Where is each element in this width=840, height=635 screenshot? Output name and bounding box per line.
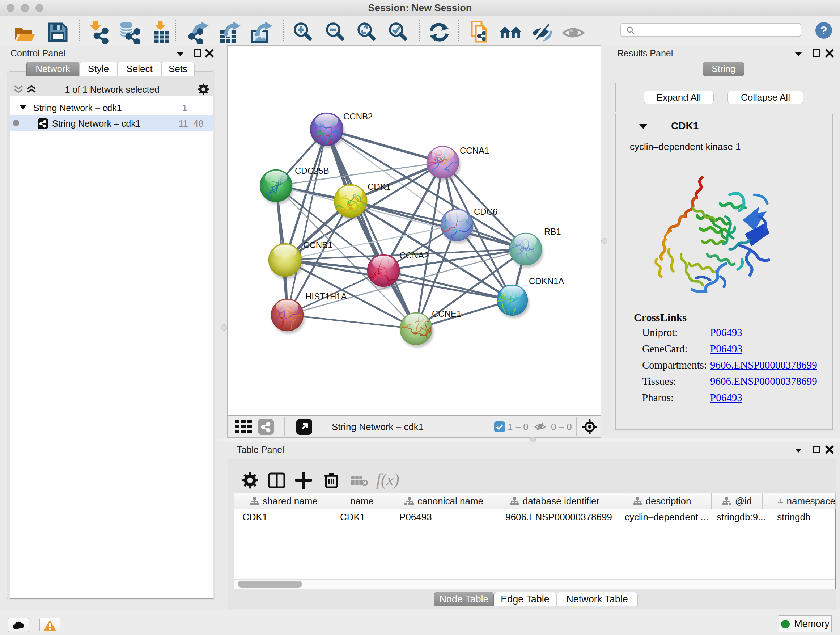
svg-text:RB1: RB1 [544, 226, 561, 236]
svg-text:CDK1: CDK1 [368, 182, 391, 192]
svg-text:CCNB1: CCNB1 [303, 240, 332, 250]
svg-text:CCNB2: CCNB2 [343, 111, 373, 121]
svg-text:CCNA2: CCNA2 [399, 250, 429, 260]
svg-text:CDKN1A: CDKN1A [529, 276, 564, 286]
svg-text:CDC6: CDC6 [474, 207, 497, 217]
svg-text:CCNE1: CCNE1 [432, 309, 461, 318]
svg-text:CDC25B: CDC25B [295, 166, 329, 176]
svg-text:CCNA1: CCNA1 [460, 146, 489, 155]
svg-text:HIST1H1A: HIST1H1A [305, 291, 347, 301]
